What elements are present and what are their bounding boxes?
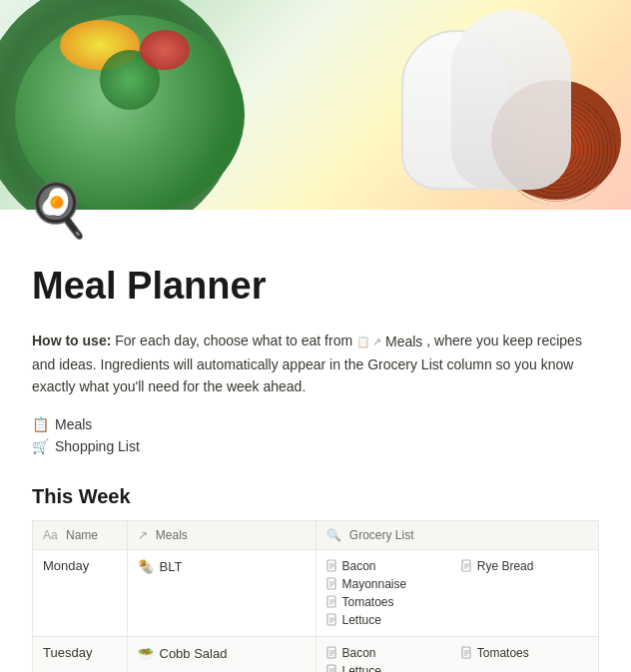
file-icon xyxy=(461,559,473,573)
hero-banner xyxy=(0,0,631,210)
th-grocery: 🔍 Grocery List xyxy=(316,521,599,550)
grocery-item: Mayonnaise xyxy=(326,576,453,592)
meal-cell: 🌯BLT xyxy=(127,550,316,637)
table-row: Monday🌯BLTBaconRye BreadMayonnaiseTomato… xyxy=(33,550,599,637)
meals-inline-ref: 📋 ↗ Meals xyxy=(356,331,422,352)
file-icon xyxy=(461,646,473,660)
page-icon: 🍳 xyxy=(24,176,92,244)
table-row: Tuesday🥗Cobb SaladBaconTomatoesLettuceSa… xyxy=(33,637,599,672)
grocery-item: Bacon xyxy=(326,645,453,661)
file-icon xyxy=(326,559,338,573)
day-cell: Monday xyxy=(33,550,128,637)
file-icon xyxy=(326,613,338,627)
grocery-item: Lettuce xyxy=(326,663,453,672)
th-name: Aa Name xyxy=(33,521,128,550)
meal-emoji: 🥗 xyxy=(138,646,154,661)
meal-table: Aa Name ↗ Meals 🔍 Grocery List Monday🌯BL… xyxy=(32,520,599,672)
meal-emoji: 🌯 xyxy=(138,559,154,574)
meal-name: BLT xyxy=(160,559,183,574)
shopping-nav-item[interactable]: 🛒 Shopping List xyxy=(32,435,599,457)
th-meals-icon: ↗ xyxy=(138,528,148,542)
nav-links: 📋 Meals 🛒 Shopping List xyxy=(32,413,599,457)
day-cell: Tuesday xyxy=(33,637,128,672)
file-icon xyxy=(326,646,338,660)
th-name-icon: Aa xyxy=(43,528,58,542)
file-icon xyxy=(326,595,338,609)
meals-nav-item[interactable]: 📋 Meals xyxy=(32,413,599,435)
file-icon xyxy=(326,664,338,672)
th-meals: ↗ Meals xyxy=(127,521,316,550)
grocery-item: Bacon xyxy=(326,558,453,574)
grocery-cell: BaconTomatoesLettuceSalad Dressing xyxy=(316,637,599,672)
how-to-use-text: How to use: For each day, choose what to… xyxy=(32,330,599,398)
grocery-item: Tomatoes xyxy=(461,645,588,661)
th-grocery-icon: 🔍 xyxy=(326,528,341,542)
grocery-item: Lettuce xyxy=(326,612,453,628)
grocery-item: Rye Bread xyxy=(461,558,588,574)
grocery-cell: BaconRye BreadMayonnaiseTomatoesLettuce xyxy=(316,550,599,637)
this-week-title: This Week xyxy=(32,485,599,508)
meals-nav-icon: 📋 xyxy=(32,416,49,432)
meals-nav-label: Meals xyxy=(55,416,92,432)
meal-item[interactable]: 🌯BLT xyxy=(138,558,306,575)
table-header-row: Aa Name ↗ Meals 🔍 Grocery List xyxy=(33,521,599,550)
shopping-nav-icon: 🛒 xyxy=(32,438,49,454)
shopping-nav-label: Shopping List xyxy=(55,438,140,454)
grocery-item: Tomatoes xyxy=(326,594,453,610)
file-icon xyxy=(326,577,338,591)
meals-inline-link[interactable]: Meals xyxy=(385,331,422,352)
page-title: Meal Planner xyxy=(32,264,599,310)
meal-name: Cobb Salad xyxy=(160,646,228,661)
meal-cell: 🥗Cobb Salad xyxy=(127,637,316,672)
meal-item[interactable]: 🥗Cobb Salad xyxy=(138,645,306,662)
